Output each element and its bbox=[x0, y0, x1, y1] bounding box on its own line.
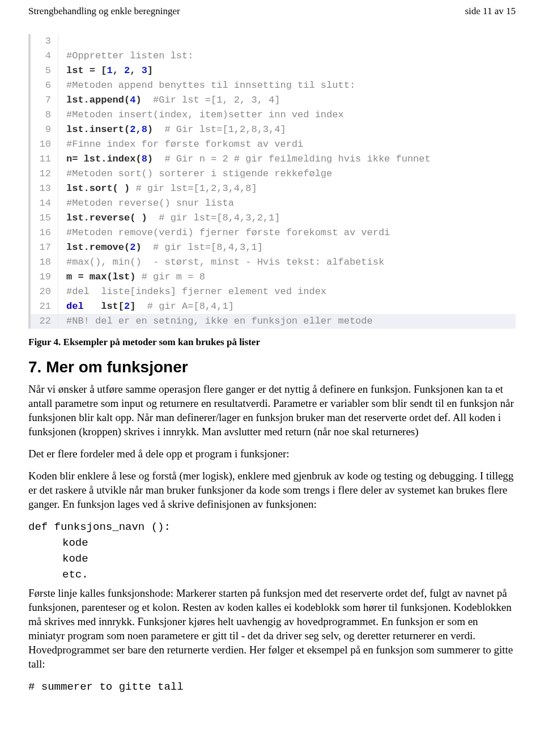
code-content: #Finne index for første forkomst av verd… bbox=[58, 137, 303, 152]
code-content bbox=[58, 34, 66, 49]
code-content: #Metoden reverse() snur lista bbox=[58, 196, 234, 211]
header-left: Strengbehandling og enkle beregninger bbox=[28, 6, 180, 17]
code-line: 6#Metoden append benyttes til innsetting… bbox=[31, 78, 516, 93]
code-token: #Oppretter listen lst: bbox=[66, 50, 193, 61]
line-number: 16 bbox=[31, 226, 58, 240]
code-token: #Finne index for første forkomst av verd… bbox=[66, 139, 303, 150]
code-token: # Gir n = 2 # gir feilmelding hvis ikke … bbox=[164, 154, 430, 164]
code-token: lst[ bbox=[84, 301, 124, 312]
code-token: , bbox=[135, 124, 141, 135]
figure-caption: Figur 4. Eksempler på metoder som kan br… bbox=[28, 337, 516, 348]
code-line: 22#NB! del er en setning, ikke en funksj… bbox=[31, 314, 516, 329]
code-token: 2 bbox=[124, 65, 130, 76]
code-line: 4#Oppretter listen lst: bbox=[31, 49, 516, 63]
code-token: 8 bbox=[142, 124, 147, 135]
code-line: 20#del liste[indeks] fjerner element ved… bbox=[31, 284, 516, 299]
code-token: del bbox=[66, 301, 84, 312]
code-content: n= lst.index(8) # Gir n = 2 # gir feilme… bbox=[58, 152, 431, 167]
code-line: 7lst.append(4) #Gir lst =[1, 2, 3, 4] bbox=[31, 93, 516, 108]
code-token: #Metoden append benyttes til innsetting … bbox=[66, 80, 355, 91]
code-token: 4 bbox=[130, 95, 135, 105]
line-number: 17 bbox=[31, 240, 58, 255]
page-header: Strengbehandling og enkle beregninger si… bbox=[28, 6, 516, 17]
line-number: 13 bbox=[31, 181, 58, 196]
line-number: 3 bbox=[31, 34, 58, 49]
code-content: #Oppretter listen lst: bbox=[58, 49, 193, 63]
code-token: # gir m = 8 bbox=[142, 271, 205, 282]
code-token: , bbox=[130, 65, 141, 76]
code-content: #Metoden append benyttes til innsetting … bbox=[58, 78, 355, 93]
code-token: 2 bbox=[130, 124, 135, 135]
code-token: #Metoden sort() sorterer i stigende rekk… bbox=[66, 168, 332, 179]
code-token: # gir A=[8,4,1] bbox=[147, 301, 234, 312]
code-line: 12#Metoden sort() sorterer i stigende re… bbox=[31, 167, 516, 181]
document-page: Strengbehandling og enkle beregninger si… bbox=[0, 0, 544, 712]
line-number: 10 bbox=[31, 137, 58, 152]
line-number: 9 bbox=[31, 122, 58, 137]
inline-code-line: kode bbox=[28, 551, 516, 567]
line-number: 18 bbox=[31, 255, 58, 270]
code-token: , bbox=[113, 65, 124, 76]
code-token: #Metoden remove(verdi) fjerner første fo… bbox=[66, 227, 390, 238]
code-line: 9lst.insert(2,8) # Gir lst=[1,2,8,3,4] bbox=[31, 122, 516, 137]
code-content: lst.reverse( ) # gir lst=[8,4,3,2,1] bbox=[58, 211, 280, 226]
code-content: #Metoden insert(index, item)setter inn v… bbox=[58, 108, 344, 122]
code-token: #del liste[indeks] fjerner element ved i… bbox=[66, 286, 326, 297]
code-token: #Gir lst =[1, 2, 3, 4] bbox=[153, 95, 280, 105]
paragraph-3: Koden blir enklere å lese og forstå (mer… bbox=[28, 469, 516, 511]
code-token: #max(), min() - størst, minst - Hvis tek… bbox=[66, 257, 384, 267]
line-number: 11 bbox=[31, 152, 58, 167]
code-token: ) bbox=[147, 154, 165, 164]
paragraph-1: Når vi ønsker å utføre samme operasjon f… bbox=[28, 382, 516, 439]
line-number: 20 bbox=[31, 284, 58, 299]
code-line: 19m = max(lst) # gir m = 8 bbox=[31, 270, 516, 284]
code-token: ] bbox=[147, 65, 153, 76]
inline-code-line: kode bbox=[28, 535, 516, 551]
code-content: #del liste[indeks] fjerner element ved i… bbox=[58, 284, 326, 299]
code-token: 3 bbox=[142, 65, 147, 76]
code-token: # gir lst=[8,4,3,2,1] bbox=[159, 213, 280, 223]
code-token: 8 bbox=[142, 154, 147, 164]
section-heading: 7. Mer om funksjoner bbox=[28, 358, 516, 376]
code-token: = [ bbox=[90, 65, 107, 76]
line-number: 4 bbox=[31, 49, 58, 63]
code-token: lst.insert( bbox=[66, 124, 130, 135]
code-token: #NB! del er en setning, ikke en funksjon… bbox=[66, 316, 373, 326]
code-content: lst.sort( ) # gir lst=[1,2,3,4,8] bbox=[58, 181, 257, 196]
code-line: 14#Metoden reverse() snur lista bbox=[31, 196, 516, 211]
header-right: side 11 av 15 bbox=[465, 6, 516, 17]
code-token: lst.append( bbox=[66, 95, 130, 105]
code-line: 3 bbox=[31, 34, 516, 49]
code-content: lst.append(4) #Gir lst =[1, 2, 3, 4] bbox=[58, 93, 280, 108]
code-line: 16#Metoden remove(verdi) fjerner første … bbox=[31, 226, 516, 240]
code-token: ) bbox=[135, 242, 153, 253]
code-token: n= lst.index( bbox=[66, 154, 142, 164]
code-content: del lst[2] # gir A=[8,4,1] bbox=[58, 299, 234, 314]
code-line: 13lst.sort( ) # gir lst=[1,2,3,4,8] bbox=[31, 181, 516, 196]
code-token: lst.sort( ) bbox=[66, 183, 135, 194]
code-token: 1 bbox=[107, 65, 112, 76]
code-content: #Metoden sort() sorterer i stigende rekk… bbox=[58, 167, 332, 181]
code-token: 2 bbox=[130, 242, 135, 253]
code-token: # gir lst=[1,2,3,4,8] bbox=[135, 183, 257, 194]
code-listing: 34#Oppretter listen lst:5lst = [1, 2, 3]… bbox=[28, 34, 516, 329]
code-token: # gir lst=[8,4,3,1] bbox=[153, 242, 263, 253]
line-number: 22 bbox=[31, 314, 58, 329]
code-content: lst = [1, 2, 3] bbox=[58, 63, 153, 78]
code-content: #Metoden remove(verdi) fjerner første fo… bbox=[58, 226, 390, 240]
code-token: lst bbox=[66, 65, 90, 76]
code-content: lst.remove(2) # gir lst=[8,4,3,1] bbox=[58, 240, 263, 255]
line-number: 14 bbox=[31, 196, 58, 211]
paragraph-2: Det er flere fordeler med å dele opp et … bbox=[28, 447, 516, 461]
code-content: #NB! del er en setning, ikke en funksjon… bbox=[58, 314, 373, 329]
paragraph-4: Første linje kalles funksjonshode: Marke… bbox=[28, 586, 516, 671]
code-line: 5lst = [1, 2, 3] bbox=[31, 63, 516, 78]
inline-code-def: def funksjons_navn (): bbox=[28, 519, 516, 535]
code-line: 11n= lst.index(8) # Gir n = 2 # gir feil… bbox=[31, 152, 516, 167]
code-content: #max(), min() - størst, minst - Hvis tek… bbox=[58, 255, 384, 270]
line-number: 12 bbox=[31, 167, 58, 181]
code-token: #Metoden insert(index, item)setter inn v… bbox=[66, 109, 344, 120]
code-token: lst.reverse( ) bbox=[66, 213, 159, 223]
line-number: 8 bbox=[31, 108, 58, 122]
code-token: # Gir lst=[1,2,8,3,4] bbox=[164, 124, 286, 135]
